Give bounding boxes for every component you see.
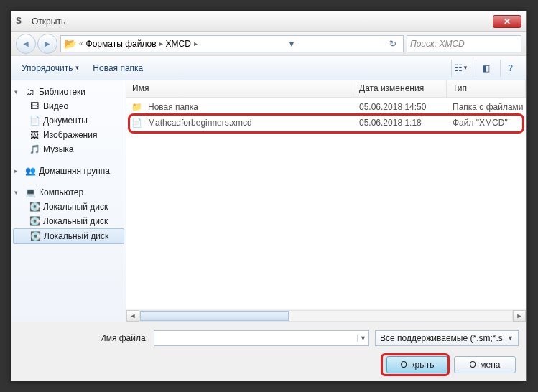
file-type: Файл "XMCD" bbox=[447, 118, 526, 128]
arrow-left-icon: ◄ bbox=[22, 39, 30, 49]
content: ▾🗂Библиотеки 🎞Видео 📄Документы 🖼Изображе… bbox=[11, 80, 526, 322]
folder-icon: 📁 bbox=[131, 102, 142, 112]
sidebar: ▾🗂Библиотеки 🎞Видео 📄Документы 🖼Изображе… bbox=[11, 80, 126, 322]
file-type-filter[interactable]: Все поддерживаемые (*.sm;*.s▼ bbox=[375, 330, 519, 346]
file-name: Mathcadforbeginners.xmcd bbox=[142, 118, 353, 128]
chevron-right-icon: ▸ bbox=[194, 39, 198, 47]
music-icon: 🎵 bbox=[29, 144, 40, 154]
file-list: 📁 Новая папка 05.06.2018 14:50 Папка с ф… bbox=[126, 98, 526, 309]
sidebar-item-music[interactable]: 🎵Музыка bbox=[13, 142, 124, 157]
scroll-thumb[interactable] bbox=[140, 311, 289, 321]
expand-icon: ▸ bbox=[14, 167, 22, 174]
documents-icon: 📄 bbox=[29, 116, 40, 126]
file-pane: Имя Дата изменения Тип 📁 Новая папка 05.… bbox=[126, 80, 526, 322]
view-icon: ☷ bbox=[455, 63, 463, 73]
scroll-left-icon[interactable]: ◄ bbox=[126, 310, 139, 322]
preview-icon: ◧ bbox=[482, 63, 490, 73]
refresh-button[interactable]: ↻ bbox=[386, 39, 400, 49]
open-dialog: S Открыть ✕ ◄ ► 📂 « Форматы файлов ▸ XMC… bbox=[11, 11, 527, 381]
homegroup-icon: 👥 bbox=[24, 166, 36, 176]
libraries-icon: 🗂 bbox=[24, 87, 36, 97]
scroll-track[interactable] bbox=[139, 310, 513, 322]
breadcrumb-part[interactable]: XMCD bbox=[166, 39, 191, 49]
view-button[interactable]: ☷▼ bbox=[451, 60, 471, 77]
cancel-button[interactable]: Отмена bbox=[454, 356, 516, 373]
organize-button[interactable]: Упорядочить▼ bbox=[17, 60, 84, 76]
close-icon: ✕ bbox=[504, 17, 511, 27]
forward-button[interactable]: ► bbox=[37, 34, 57, 54]
column-name[interactable]: Имя bbox=[126, 80, 353, 97]
sidebar-item-pictures[interactable]: 🖼Изображения bbox=[13, 128, 124, 142]
file-header: Имя Дата изменения Тип bbox=[126, 80, 526, 98]
open-button[interactable]: Открыть bbox=[386, 356, 448, 373]
collapse-icon: ▾ bbox=[14, 189, 22, 196]
sidebar-item-disk[interactable]: 💽Локальный диск bbox=[13, 200, 124, 214]
new-folder-button[interactable]: Новая папка bbox=[88, 60, 147, 76]
sidebar-item-libraries[interactable]: ▾🗂Библиотеки bbox=[13, 85, 124, 99]
file-date: 05.06.2018 14:50 bbox=[353, 102, 447, 112]
filename-input[interactable]: ▼ bbox=[154, 330, 369, 346]
search-placeholder: Поиск: XMCD bbox=[410, 39, 465, 49]
help-button[interactable]: ? bbox=[500, 60, 520, 77]
footer: Имя файла: ▼ Все поддерживаемые (*.sm;*.… bbox=[11, 322, 526, 381]
sidebar-item-documents[interactable]: 📄Документы bbox=[13, 113, 124, 128]
window-title: Открыть bbox=[32, 17, 493, 27]
file-row[interactable]: 📁 Новая папка 05.06.2018 14:50 Папка с ф… bbox=[126, 99, 526, 115]
breadcrumb[interactable]: 📂 « Форматы файлов ▸ XMCD ▸ ▾ ↻ bbox=[60, 35, 404, 52]
column-type[interactable]: Тип bbox=[447, 80, 526, 97]
chevron-down-icon[interactable]: ▼ bbox=[357, 335, 368, 342]
pictures-icon: 🖼 bbox=[29, 130, 40, 140]
preview-button[interactable]: ◧ bbox=[476, 60, 496, 77]
file-date: 05.06.2018 1:18 bbox=[353, 118, 447, 128]
breadcrumb-part[interactable]: Форматы файлов bbox=[86, 39, 157, 49]
arrow-right-icon: ► bbox=[43, 39, 52, 49]
sidebar-item-disk[interactable]: 💽Локальный диск bbox=[13, 214, 124, 228]
disk-icon: 💽 bbox=[29, 231, 41, 241]
sidebar-item-disk[interactable]: 💽Локальный диск bbox=[13, 228, 124, 244]
scroll-right-icon[interactable]: ► bbox=[513, 310, 526, 322]
chevron-down-icon: ▼ bbox=[74, 65, 80, 71]
chevron-down-icon: ▼ bbox=[507, 335, 514, 342]
folder-icon: 📂 bbox=[64, 38, 76, 50]
breadcrumb-dropdown-icon[interactable]: ▾ bbox=[284, 39, 299, 49]
column-date[interactable]: Дата изменения bbox=[353, 80, 447, 97]
app-icon: S bbox=[16, 16, 27, 27]
toolbar: Упорядочить▼ Новая папка ☷▼ ◧ ? bbox=[11, 56, 526, 80]
disk-icon: 💽 bbox=[29, 202, 40, 212]
collapse-icon: ▾ bbox=[14, 88, 22, 95]
sidebar-item-video[interactable]: 🎞Видео bbox=[13, 99, 124, 113]
chevron-down-icon: ▼ bbox=[463, 65, 468, 71]
navbar: ◄ ► 📂 « Форматы файлов ▸ XMCD ▸ ▾ ↻ Поис… bbox=[11, 32, 526, 56]
video-icon: 🎞 bbox=[29, 101, 40, 111]
file-name: Новая папка bbox=[142, 102, 353, 112]
file-row[interactable]: 📄 Mathcadforbeginners.xmcd 05.06.2018 1:… bbox=[126, 115, 526, 131]
horizontal-scrollbar[interactable]: ◄ ► bbox=[126, 309, 526, 322]
sidebar-item-computer[interactable]: ▾💻Компьютер bbox=[13, 185, 124, 200]
disk-icon: 💽 bbox=[29, 216, 40, 226]
search-input[interactable]: Поиск: XMCD bbox=[407, 35, 521, 52]
close-button[interactable]: ✕ bbox=[493, 15, 521, 28]
chevron-right-icon: ▸ bbox=[159, 39, 163, 47]
file-icon: 📄 bbox=[131, 118, 142, 128]
titlebar: S Открыть ✕ bbox=[11, 11, 526, 32]
help-icon: ? bbox=[508, 63, 513, 73]
file-type: Папка с файлами bbox=[447, 102, 526, 112]
filename-label: Имя файла: bbox=[19, 333, 148, 343]
back-button[interactable]: ◄ bbox=[16, 34, 36, 54]
computer-icon: 💻 bbox=[24, 187, 36, 197]
breadcrumb-back-icon[interactable]: « bbox=[79, 39, 83, 47]
sidebar-item-homegroup[interactable]: ▸👥Домашняя группа bbox=[13, 164, 124, 178]
